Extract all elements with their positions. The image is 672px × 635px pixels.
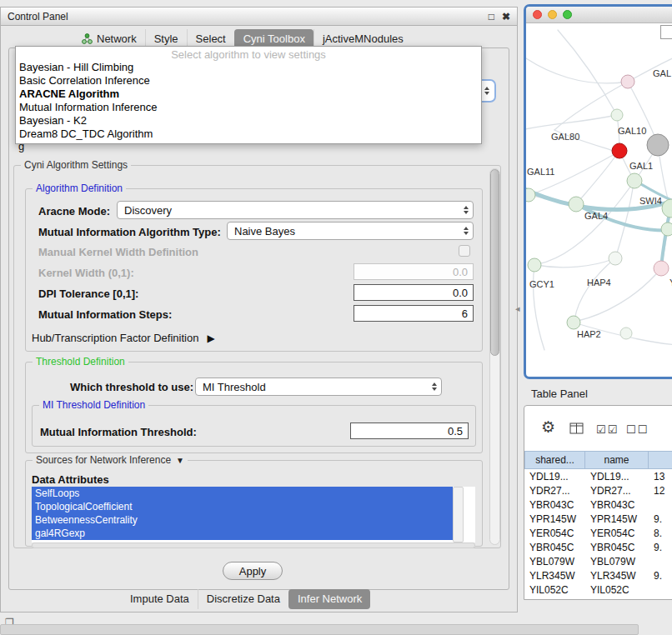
table-row[interactable]: YDR27...YDR27...12	[524, 483, 672, 498]
network-edge[interactable]	[576, 155, 616, 204]
attribute-item[interactable]: TopologicalCoefficient	[32, 500, 453, 513]
network-node[interactable]	[569, 197, 584, 212]
zoom-traffic-light-icon[interactable]	[563, 10, 572, 19]
table-cell: YLR345W	[585, 570, 649, 582]
network-scroll-corner[interactable]	[660, 25, 672, 39]
close-window-icon[interactable]: ✖	[502, 11, 510, 22]
hub-definition-label: Hub/Transcription Factor Definition	[32, 332, 198, 344]
tab-discretize-data[interactable]: Discretize Data	[198, 589, 288, 609]
attribute-item[interactable]: BetweennessCentrality	[32, 513, 453, 527]
node-label: HAP4	[587, 278, 611, 288]
network-edge[interactable]	[578, 268, 661, 321]
mi-threshold-label: Mutual Information Threshold:	[40, 426, 197, 438]
which-threshold-value: MI Threshold	[203, 381, 266, 393]
sources-group-title[interactable]: Sources for Network Inference ▼	[33, 454, 188, 466]
network-window-titlebar[interactable]	[526, 7, 672, 23]
network-node[interactable]	[661, 222, 672, 236]
kernel-width-field[interactable]: 0.0	[354, 263, 474, 280]
dropdown-item[interactable]: ARACNE Algorithm	[16, 88, 481, 101]
column-header[interactable]: name	[585, 451, 649, 469]
dropdown-item[interactable]: Basic Correlation Inference	[16, 74, 481, 88]
table-cell: YLR345W	[524, 570, 585, 582]
network-node[interactable]	[627, 173, 642, 188]
network-node[interactable]	[621, 75, 634, 88]
network-edge[interactable]	[536, 259, 613, 268]
which-threshold-combo[interactable]: MI Threshold	[195, 378, 442, 396]
algorithm-dropdown[interactable]: Select algorithm to view settingsBayesia…	[15, 46, 482, 144]
node-label: GAL1	[629, 161, 653, 171]
dropdown-item[interactable]: Bayesian - Hill Climbing	[16, 61, 481, 74]
dropdown-item[interactable]: Bayesian - K2	[16, 114, 481, 128]
network-edge[interactable]	[526, 115, 617, 130]
gear-icon[interactable]: ⚙	[541, 418, 555, 437]
mi-steps-field[interactable]: 6	[354, 305, 474, 322]
attributes-hscrollbar[interactable]	[32, 542, 475, 548]
manual-kernel-width-checkbox[interactable]	[459, 245, 470, 257]
mi-algorithm-type-label: Mutual Information Algorithm Type:	[38, 226, 221, 238]
data-attributes-list[interactable]: SelfLoopsTopologicalCoefficientBetweenne…	[32, 487, 475, 542]
network-edge[interactable]	[574, 258, 615, 320]
network-edge[interactable]	[526, 55, 628, 83]
table-row[interactable]: YDL19...YDL19...13	[524, 469, 672, 483]
network-node[interactable]	[611, 109, 623, 121]
dropdown-item[interactable]: Dream8 DC_TDC Algorithm	[16, 128, 481, 141]
select-all-columns-icon[interactable]: ☑☑	[596, 423, 619, 436]
attribute-item[interactable]: gal4RGexp	[32, 527, 453, 540]
control-panel-titlebar[interactable]: Control Panel □ ✖	[1, 8, 517, 26]
network-node[interactable]	[654, 261, 669, 276]
aracne-mode-value: Discovery	[124, 204, 172, 217]
network-edge[interactable]	[558, 30, 617, 115]
table-cell: YDL19...	[524, 471, 585, 482]
attributes-scrollbar[interactable]	[453, 487, 464, 542]
mi-algorithm-type-combo[interactable]: Naive Bayes	[227, 222, 474, 240]
table-cell: 9.	[649, 513, 672, 525]
dpi-tolerance-field[interactable]: 0.0	[354, 284, 474, 301]
collapse-arrow-icon: ▼	[176, 456, 184, 465]
float-window-icon[interactable]: □	[489, 11, 494, 22]
network-view-window: GALGAL80GAL10GAL11GAL1SWI4GAL4GCY1HAP4YH…	[524, 4, 672, 379]
node-label: GCY1	[529, 279, 554, 289]
table-row[interactable]: YLR345WYLR345W9.	[524, 568, 672, 582]
tab-infer-network[interactable]: Infer Network	[288, 589, 370, 609]
hub-definition-toggle[interactable]: Hub/Transcription Factor Definition ▶	[32, 332, 215, 344]
tab-label: jActiveMNodules	[323, 32, 404, 45]
settings-scrollbar-thumb[interactable]	[490, 169, 499, 356]
expand-arrow-icon: ▶	[207, 332, 214, 344]
table-cell: 12	[649, 485, 672, 497]
column-header[interactable]	[649, 451, 672, 469]
table-row[interactable]: YBR045CYBR045C9.	[524, 540, 672, 554]
table-row[interactable]: YER054CYER054C8.	[524, 526, 672, 540]
table-row[interactable]: YBR043CYBR043C	[524, 498, 672, 512]
network-node[interactable]	[528, 258, 541, 272]
mi-algorithm-type-value: Naive Bayes	[234, 225, 295, 238]
table-row[interactable]: YBL079WYBL079W	[524, 554, 672, 568]
network-node[interactable]	[647, 134, 669, 156]
node-label: HAP2	[577, 329, 601, 339]
tab-label: Select	[196, 32, 226, 45]
aracne-mode-combo[interactable]: Discovery	[117, 201, 474, 219]
network-edge[interactable]	[534, 265, 545, 350]
tab-label: Style	[154, 32, 178, 45]
table-row[interactable]: YIL052CYIL052C	[524, 582, 672, 597]
network-node[interactable]	[612, 143, 627, 158]
network-node[interactable]	[609, 252, 622, 265]
table-row[interactable]: YPR145WYPR145W9.	[524, 512, 672, 526]
table-cell: YBL079W	[524, 556, 585, 568]
table-toolbar: ⚙ ☑☑ ☐☐	[524, 406, 672, 451]
close-traffic-light-icon[interactable]	[533, 10, 542, 19]
network-node[interactable]	[620, 328, 632, 339]
columns-icon[interactable]	[569, 422, 584, 438]
attribute-item[interactable]: SelfLoops	[32, 487, 453, 500]
network-node[interactable]	[526, 188, 535, 202]
network-node[interactable]	[567, 316, 580, 329]
panel-divider-collapse-icon[interactable]: ◂	[515, 303, 520, 314]
dropdown-item[interactable]: Mutual Information Inference	[16, 101, 481, 114]
column-header[interactable]: shared...	[524, 451, 585, 469]
minimize-traffic-light-icon[interactable]	[548, 10, 557, 19]
mi-threshold-field[interactable]: 0.5	[350, 422, 469, 439]
apply-button[interactable]: Apply	[223, 562, 283, 580]
table-cell: YIL052C	[524, 584, 585, 596]
network-canvas[interactable]: GALGAL80GAL10GAL11GAL1SWI4GAL4GCY1HAP4YH…	[526, 23, 672, 377]
tab-impute-data[interactable]: Impute Data	[122, 589, 198, 609]
deselect-all-columns-icon[interactable]: ☐☐	[626, 423, 649, 436]
